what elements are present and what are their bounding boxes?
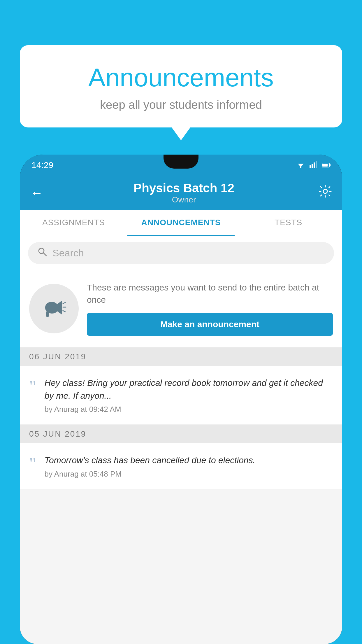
make-announcement-button[interactable]: Make an announcement (87, 313, 333, 336)
battery-icon (322, 161, 331, 170)
app-bar-title-group: Physics Batch 12 Owner (49, 181, 319, 204)
svg-rect-12 (46, 312, 49, 317)
svg-line-13 (63, 302, 65, 304)
svg-rect-1 (300, 167, 301, 168)
tab-announcements[interactable]: ANNOUNCEMENTS (127, 210, 235, 236)
promo-right: These are messages you want to send to t… (87, 281, 333, 336)
date-separator-2: 05 JUN 2019 (20, 425, 342, 443)
svg-line-15 (63, 311, 65, 312)
screen-content: Search These are messages you want to se… (20, 236, 342, 644)
wifi-icon (297, 161, 305, 170)
announcement-body-1: Hey class! Bring your practical record b… (45, 377, 333, 402)
promo-icon-circle (29, 284, 79, 333)
promo-card: These are messages you want to send to t… (20, 270, 342, 347)
svg-point-9 (323, 189, 327, 193)
promo-description: These are messages you want to send to t… (87, 281, 333, 306)
svg-rect-2 (310, 165, 311, 168)
announcement-item-1[interactable]: " Hey class! Bring your practical record… (20, 366, 342, 425)
svg-rect-4 (314, 162, 315, 168)
svg-rect-8 (322, 164, 328, 167)
svg-line-11 (43, 253, 46, 256)
search-bar[interactable]: Search (28, 242, 334, 264)
svg-rect-3 (312, 164, 313, 168)
search-icon (37, 247, 47, 259)
search-placeholder: Search (52, 247, 84, 259)
notch (164, 155, 198, 169)
status-bar: 14:29 (20, 155, 342, 176)
signal-icon (310, 161, 317, 170)
announcement-text-2: Tomorrow's class has been cancelled due … (45, 454, 333, 479)
gear-icon[interactable] (319, 185, 332, 201)
tab-tests[interactable]: TESTS (235, 210, 342, 236)
announcement-meta-2: by Anurag at 05:48 PM (45, 470, 333, 479)
date-separator-1: 06 JUN 2019 (20, 347, 342, 366)
tabs-row: ASSIGNMENTS ANNOUNCEMENTS TESTS (20, 210, 342, 236)
back-button[interactable]: ← (30, 186, 43, 200)
app-bar-subtitle: Owner (49, 195, 319, 204)
quote-icon-1: " (29, 378, 36, 395)
bubble-subtitle: keep all your students informed (43, 98, 319, 111)
speech-bubble-container: Announcements keep all your students inf… (20, 45, 342, 140)
app-bar-title: Physics Batch 12 (49, 181, 319, 195)
status-time: 14:29 (31, 160, 53, 170)
announcement-body-2: Tomorrow's class has been cancelled due … (45, 454, 333, 467)
speech-bubble: Announcements keep all your students inf… (20, 45, 342, 127)
search-bar-wrapper: Search (20, 236, 342, 270)
quote-icon-2: " (29, 455, 36, 473)
announcement-item-2[interactable]: " Tomorrow's class has been cancelled du… (20, 443, 342, 489)
status-icons (297, 161, 331, 170)
bubble-title: Announcements (43, 63, 319, 92)
svg-rect-5 (316, 161, 317, 168)
svg-rect-7 (329, 164, 331, 166)
app-bar: ← Physics Batch 12 Owner (20, 176, 342, 210)
announcement-text-1: Hey class! Bring your practical record b… (45, 377, 333, 414)
speech-bubble-tail (172, 127, 190, 140)
announcement-meta-1: by Anurag at 09:42 AM (45, 405, 333, 414)
phone-frame: 14:29 ← Physics Batch 12 Owner (20, 155, 342, 644)
tab-assignments[interactable]: ASSIGNMENTS (20, 210, 127, 236)
